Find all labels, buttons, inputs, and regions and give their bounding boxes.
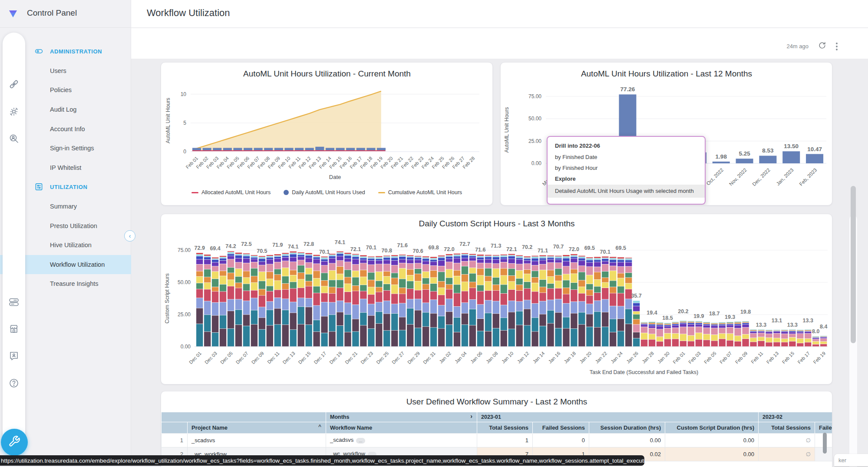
- svg-text:Nov, 2022: Nov, 2022: [728, 167, 748, 187]
- svg-text:70.1: 70.1: [600, 249, 611, 255]
- integrations-link-icon[interactable]: [9, 79, 19, 89]
- control-panel-tool-button[interactable]: [1, 429, 28, 456]
- column-header-project-name[interactable]: Project Name^: [188, 422, 326, 433]
- null-value: ∅: [806, 437, 811, 444]
- column-header-2023-02-failed[interactable]: Failed: [815, 422, 832, 433]
- legend-item-allocated-automl-unit-hours[interactable]: Allocated AutoML Unit Hours: [191, 189, 271, 195]
- svg-text:Dec 09: Dec 09: [251, 351, 265, 365]
- context-menu-explore-header: Explore: [548, 173, 705, 185]
- workflow-name-ellipsis-chip[interactable]: ...: [356, 438, 365, 444]
- svg-text:0: 0: [183, 149, 186, 155]
- sidebar-collapse-button[interactable]: ‹: [124, 230, 135, 242]
- group-header-2023-02: 2023-02: [759, 412, 832, 422]
- svg-text:19.9: 19.9: [693, 313, 704, 319]
- svg-text:Dec 17: Dec 17: [313, 351, 327, 365]
- svg-text:Jan 04: Jan 04: [454, 351, 468, 364]
- legend-item-daily-automl-unit-hours-used[interactable]: Daily AutoML Unit Hours Used: [284, 189, 365, 195]
- last-refresh-label: 24m ago: [786, 43, 809, 50]
- measure-cell: 0.00: [589, 433, 665, 447]
- svg-text:Jan 06: Jan 06: [469, 351, 483, 364]
- svg-text:Dec 07: Dec 07: [235, 351, 249, 365]
- svg-text:50.00: 50.00: [178, 279, 191, 285]
- svg-text:18.5: 18.5: [662, 315, 673, 321]
- column-header-2023-01-custom-script-duration-hrs[interactable]: Custom Script Duration (hrs): [665, 422, 759, 433]
- svg-text:Dec 25: Dec 25: [375, 351, 389, 365]
- column-header-2023-02-total-sessions[interactable]: Total Sessions: [759, 422, 815, 433]
- menu-item-by-finished-date[interactable]: by Finished Date: [548, 152, 705, 162]
- svg-text:Jan 22: Jan 22: [594, 351, 608, 364]
- legend-line-marker: [191, 192, 198, 193]
- legend-circle-marker: [284, 190, 289, 195]
- svg-text:72.5: 72.5: [241, 241, 251, 247]
- svg-text:Jan 20: Jan 20: [578, 351, 592, 364]
- svg-text:75.00: 75.00: [528, 93, 541, 99]
- svg-text:19.4: 19.4: [647, 310, 657, 316]
- contact-icon[interactable]: [9, 351, 19, 361]
- column-header-workflow-name[interactable]: Workflow Name: [326, 422, 477, 433]
- table-row[interactable]: 1_scadsvs_scadsvs...100.000.00∅: [162, 433, 832, 447]
- svg-text:Jan 16: Jan 16: [548, 351, 561, 364]
- daily-custom-script-hours-card: Daily Custom Script Hours - Last 3 Month…: [161, 214, 832, 384]
- sidebar-header: Control Panel: [0, 0, 131, 28]
- kebab-menu-icon[interactable]: [836, 43, 838, 50]
- legend-item-cumulative-automl-unit-hours[interactable]: Cumulative AutoML Unit Hours: [378, 189, 462, 195]
- svg-text:70.2: 70.2: [522, 244, 532, 250]
- svg-text:AutoML Unit Hours Utilization: AutoML Unit Hours Utilization - Current …: [243, 69, 411, 78]
- main-area: Workflow Utilization 24m ago AutoML Unit…: [131, 0, 868, 467]
- svg-text:10.47: 10.47: [807, 146, 822, 152]
- svg-text:13.3: 13.3: [787, 322, 798, 328]
- dashboard-toolbar: 24m ago: [131, 28, 868, 59]
- svg-text:72.1: 72.1: [506, 246, 517, 252]
- svg-text:35.7: 35.7: [631, 293, 641, 299]
- svg-text:74.1: 74.1: [335, 239, 345, 245]
- svg-text:13.3: 13.3: [803, 318, 813, 324]
- svg-text:71.6: 71.6: [475, 247, 485, 253]
- link-status-bar: https://utilization.treasuredata.com/emb…: [0, 455, 644, 466]
- legend-label: Allocated AutoML Unit Hours: [201, 189, 271, 195]
- workflow-name-cell: _scadsvs...: [326, 433, 477, 447]
- user-search-icon[interactable]: [9, 133, 19, 144]
- months-pivot-header[interactable]: Months›: [326, 412, 477, 422]
- refresh-icon[interactable]: [818, 41, 826, 51]
- svg-text:10: 10: [181, 91, 187, 97]
- sort-asc-icon[interactable]: ^: [318, 424, 321, 430]
- page-scrollbar-thumb[interactable]: [851, 186, 856, 343]
- svg-text:Jan 28: Jan 28: [641, 351, 655, 364]
- svg-text:69.5: 69.5: [616, 245, 626, 251]
- table-scrollbar-thumb[interactable]: [823, 433, 827, 454]
- column-header-2023-01-total-sessions[interactable]: Total Sessions: [477, 422, 533, 433]
- sidebar-section-label: UTILIZATION: [50, 184, 88, 190]
- svg-text:Jan 08: Jan 08: [485, 351, 499, 364]
- automl-current-month-chart[interactable]: AutoML Unit Hours Utilization - Current …: [161, 63, 493, 205]
- pivot-chevron-icon[interactable]: ›: [470, 413, 472, 420]
- svg-text:Feb 07: Feb 07: [719, 351, 733, 365]
- dashboard: AutoML Unit Hours Utilization - Current …: [131, 59, 868, 467]
- legend-label: Cumulative AutoML Unit Hours: [388, 189, 462, 195]
- svg-text:70.7: 70.7: [553, 244, 564, 250]
- sidebar-item-label: Users: [50, 67, 66, 74]
- svg-text:69.8: 69.8: [428, 245, 439, 251]
- svg-text:69.5: 69.5: [584, 245, 595, 251]
- svg-text:Dec 11: Dec 11: [266, 351, 281, 365]
- app-screen: L Control Panel ADMINISTRATIONUsersPolic…: [0, 0, 868, 467]
- page-title-bar: Workflow Utilization: [131, 0, 868, 28]
- svg-text:71.9: 71.9: [272, 242, 283, 248]
- daily-custom-script-hours-chart[interactable]: Daily Custom Script Hours - Last 3 Month…: [161, 214, 832, 384]
- svg-text:Dec 15: Dec 15: [297, 351, 311, 365]
- toggles-icon[interactable]: [9, 297, 19, 307]
- sync-gear-icon[interactable]: [9, 106, 19, 117]
- column-header-2023-01-failed-sessions[interactable]: Failed Sessions: [533, 422, 589, 433]
- measure-cell: ∅: [759, 433, 815, 447]
- column-header-2023-01-session-duration-hrs[interactable]: Session Duration (hrs): [589, 422, 665, 433]
- svg-text:Dec 03: Dec 03: [204, 351, 218, 365]
- row-number: 1: [162, 433, 188, 447]
- sidebar-section-label: ADMINISTRATION: [50, 48, 102, 55]
- help-icon[interactable]: [9, 378, 19, 388]
- tool-rail: L: [3, 33, 25, 448]
- menu-item-by-finished-hour[interactable]: by Finished Hour: [548, 162, 705, 173]
- svg-text:AutoML Unit Hours Utilization: AutoML Unit Hours Utilization - Last 12 …: [581, 69, 752, 78]
- svg-text:Feb 19: Feb 19: [812, 351, 826, 365]
- store-icon[interactable]: [9, 324, 19, 334]
- menu-item-detailed-usage[interactable]: Detailed AutoML Unit Hours Usage with se…: [548, 185, 705, 198]
- svg-text:User Defined Workflow Summary: User Defined Workflow Summary - Last 2 M…: [406, 397, 587, 406]
